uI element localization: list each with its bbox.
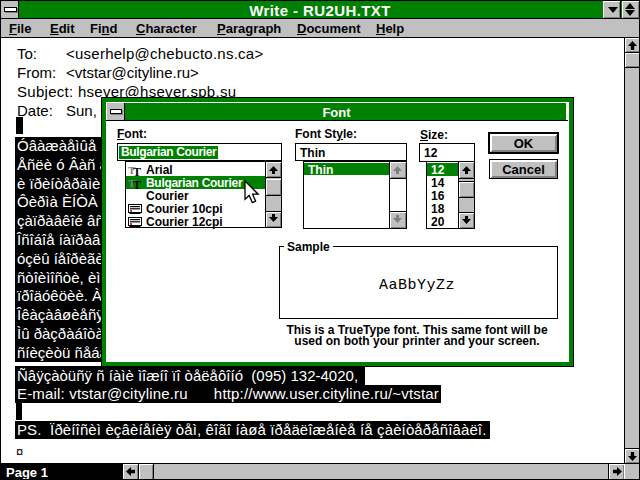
svg-text:T: T — [133, 178, 141, 189]
svg-text:T: T — [133, 165, 141, 176]
